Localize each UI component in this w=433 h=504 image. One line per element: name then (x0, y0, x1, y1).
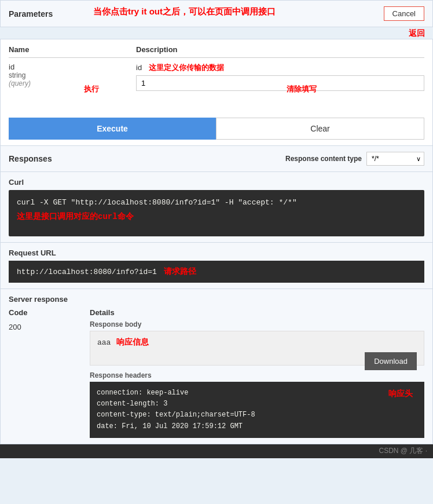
parameters-header: Parameters 当你点击try it out之后，可以在页面中调用接口 C… (0, 0, 433, 27)
download-button[interactable]: Download (365, 352, 417, 370)
annotation-fanhui: 返回 (0, 28, 433, 39)
response-content-type-row: Response content type */* (285, 152, 424, 166)
resp-headers-box: connection: keep-alive content-length: 3… (90, 382, 424, 438)
curl-title: Curl (9, 178, 424, 187)
resp-body-value: aaa (97, 338, 111, 347)
resp-body-label: Response body (90, 320, 424, 328)
curl-command: curl -X GET "http://localhost:8080/info?… (17, 198, 297, 207)
server-response-section: Server response Code Details 200 Respons… (0, 289, 433, 444)
resp-details-cell: Response body aaa 响应信息 Download Response… (90, 320, 424, 438)
resp-body-box: aaa 响应信息 Download (90, 331, 424, 366)
params-table-header: Name Description (9, 45, 424, 58)
parameters-title: Parameters (9, 9, 53, 19)
resp-headers-label: Response headers (90, 371, 424, 379)
responses-header: Responses Response content type */* (0, 146, 433, 172)
resp-headers-value: connection: keep-alive content-length: 3… (97, 388, 417, 432)
response-table-header: Code Details (9, 308, 424, 317)
annotation-headers: 响应头 (388, 388, 413, 400)
param-desc-cell: id 这里定义你传输的数据 (136, 63, 424, 91)
curl-section: Curl curl -X GET "http://localhost:8080/… (0, 172, 433, 243)
request-url-value: http://localhost:8080/info?id=1 (17, 268, 157, 276)
resp-body-content: aaa 响应信息 (97, 337, 417, 348)
request-url-section: Request URL http://localhost:8080/info?i… (0, 243, 433, 289)
content-type-select[interactable]: */* (366, 152, 424, 166)
annotation-tryit: 当你点击try it out之后，可以在页面中调用接口 (93, 6, 276, 17)
annotation-url: 请求路径 (164, 266, 196, 277)
execute-button[interactable]: Execute (9, 118, 216, 140)
annotation-execute: 执行 (84, 84, 99, 94)
parameters-section: Name Description id string (query) id 这里… (0, 39, 433, 146)
param-type: string (9, 71, 136, 79)
param-name-cell: id string (query) (9, 63, 136, 87)
responses-title: Responses (9, 154, 52, 163)
annotation-response: 响应信息 (116, 337, 149, 348)
clear-button[interactable]: Clear (216, 118, 424, 140)
param-row: id string (query) id 这里定义你传输的数据 (9, 63, 424, 91)
response-content-type-label: Response content type (285, 155, 362, 163)
param-location: (query) (9, 79, 136, 87)
param-name: id (9, 63, 136, 71)
buttons-row: Execute Clear (9, 118, 424, 140)
col-details-header: Details (90, 308, 424, 317)
request-url-box: http://localhost:8080/info?id=1 请求路径 (9, 261, 424, 283)
server-response-title: Server response (9, 295, 424, 304)
param-desc-label: id (136, 63, 142, 72)
col-desc-header: Description (136, 45, 424, 54)
footer-bar: CSDN @ 几客 · (0, 444, 433, 458)
param-id-input[interactable] (136, 75, 424, 91)
response-row: 200 Response body aaa 响应信息 Download Resp… (9, 320, 424, 438)
csdn-watermark: CSDN @ 几客 · (379, 446, 427, 456)
cancel-button[interactable]: Cancel (384, 6, 424, 21)
annotation-data: 这里定义你传输的数据 (149, 63, 224, 72)
col-name-header: Name (9, 45, 136, 54)
request-url-title: Request URL (9, 249, 424, 257)
col-code-header: Code (9, 308, 90, 317)
resp-code-cell: 200 (9, 320, 90, 331)
annotation-clear: 清除填写 (287, 84, 317, 94)
curl-box: curl -X GET "http://localhost:8080/info?… (9, 190, 424, 236)
content-type-select-wrapper[interactable]: */* (366, 152, 424, 166)
annotation-curl: 这里是接口调用对应的curl命令 (17, 211, 416, 222)
